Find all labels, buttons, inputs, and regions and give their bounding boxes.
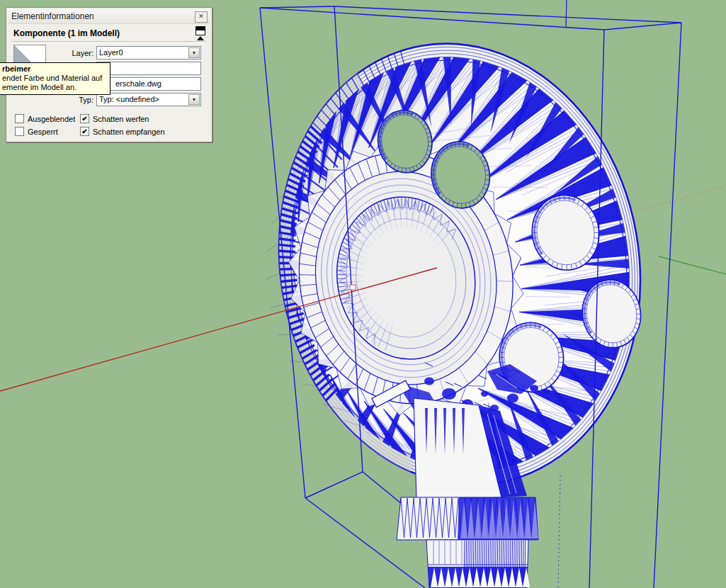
chevron-down-icon[interactable]: ▼ [188,47,200,58]
chevron-down-icon[interactable]: ▼ [188,94,200,105]
checkbox-ausgeblendet[interactable] [15,114,24,123]
paint-bucket-tooltip: rbeimer endet Farbe und Material auf eme… [0,62,110,95]
checkbox-schatten-werfen[interactable]: ✔ [80,114,89,123]
layer-label: Layer: [56,49,93,57]
component-header: Komponente (1 im Modell) [13,28,120,38]
layer-value: Layer0 [99,48,123,57]
collapse-panel-icon[interactable] [195,26,205,40]
close-icon[interactable]: ✕ [195,11,208,23]
definition-value: erschale.dwg [115,79,161,88]
definition-field[interactable]: erschale.dwg [96,77,201,91]
dialog-title: Elementinformationen [11,11,94,21]
checkbox-schatten-empfangen-label: Schatten empfangen [93,128,165,136]
checkbox-schatten-empfangen[interactable]: ✔ [80,127,89,136]
tooltip-line2: emente im Modell an. [2,83,107,92]
checkbox-schatten-werfen-label: Schatten werfen [93,115,149,123]
dialog-titlebar[interactable]: Elementinformationen ✕ [8,9,210,24]
tooltip-title: rbeimer [2,64,107,74]
checkbox-gesperrt[interactable] [15,127,24,136]
typ-dropdown[interactable]: Typ: <undefined> ▼ [96,93,201,106]
checkbox-gesperrt-label: Gesperrt [28,128,58,136]
layer-dropdown[interactable]: Layer0 ▼ [96,46,201,60]
name-field[interactable] [96,62,201,75]
typ-label: Typ: [76,96,93,104]
checkbox-ausgeblendet-label: Ausgeblendet [28,115,75,123]
tooltip-line1: endet Farbe und Material auf [2,74,107,83]
typ-value: Typ: <undefined> [99,95,159,103]
separator [12,41,206,44]
